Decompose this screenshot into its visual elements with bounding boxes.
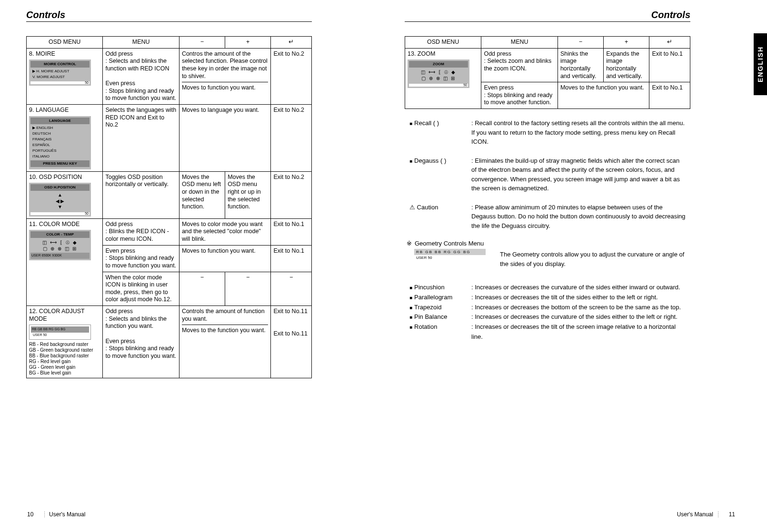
page-number-right: 11 <box>729 511 735 518</box>
definitions-list: ■Pincushion: Increases or decreases the … <box>405 283 690 342</box>
zoom-enter-a: Exit to No.1 <box>649 48 690 82</box>
colormode-name: 11. COLOR MODE <box>29 221 100 228</box>
language-enter: Exit to No.2 <box>271 105 312 172</box>
moire-menu-a: Odd press : Selects and blinks the funct… <box>105 50 176 73</box>
coloradjust-panel: RB GB BB RG GG BG USER 50 <box>29 325 91 340</box>
left-page: Controls OSD MENU MENU − + ↵ 8. MOIRE MO… <box>26 10 312 378</box>
hdr-osd: OSD MENU <box>27 37 103 49</box>
geometry-bar: RB GB BB RG GG BG USER 50 <box>414 249 486 260</box>
caution-desc: : Please allow aminimum of 20 minutes to… <box>471 203 686 231</box>
geometry-title: Geometry Controls Menu <box>415 240 484 247</box>
moire-menu-cell: Odd press : Selects and blinks the funct… <box>103 48 179 104</box>
osdpos-osd-cell: 10. OSD POSITION OSD H.POSITION ▲ ◀ ▶ ▼ … <box>27 171 103 218</box>
hdr-enter-r: ↵ <box>649 37 690 49</box>
moire-osd-l1: ▶ H. MOIRE ADJUST <box>30 69 90 74</box>
language-menu: Selects the languages with RED ICON and … <box>103 105 179 172</box>
hdr-osd-r: OSD MENU <box>405 37 481 49</box>
moire-menu-b: Even press : Stops blinking and ready to… <box>105 80 176 102</box>
english-tab: ENGLISH <box>754 33 767 95</box>
colormode-panel: COLOR - TEMP ◫ ⟷ ⟦ ⦾ ◆ ▢ ⊕ ⊗ ◫ ⊞ USER 65… <box>29 230 91 260</box>
coloradjust-menu-cell: Odd press : Selects and blinks the funct… <box>103 306 179 378</box>
moire-pm-b: Moves to function you want. <box>182 84 269 92</box>
colormode-pm-b: Moves to function you want. <box>179 245 271 272</box>
recall-label: ■Recall ( ) <box>409 118 471 128</box>
zoom-plus-a: Expands the image horizontally and verti… <box>604 48 649 82</box>
coloradjust-menu-a: Odd press : Selects and blinks the funct… <box>105 308 176 330</box>
zoom-osd-cell: 13. ZOOM ZOOM ◫ ⟷ ⟦ ⦾ ◆ ▢ ⊕ ⊗ ◫ ⊞ 50 <box>405 48 481 108</box>
moire-osd-cell: 8. MOIRE MOIRE CONTROL ▶ H. MOIRE ADJUST… <box>27 48 103 104</box>
moire-osd-bar: 50 <box>30 81 90 84</box>
moire-osd-l2: V. MOIRE ADJUST <box>30 74 90 80</box>
moire-enter: Exit to No.2 <box>271 48 312 104</box>
colormode-pm-c-minus: − <box>179 272 225 306</box>
hdr-minus-r: − <box>558 37 603 49</box>
footer-label-right: User's Manual <box>677 511 713 518</box>
colormode-enter-b: Exit to No.1 <box>271 245 312 272</box>
hdr-minus: − <box>179 37 225 49</box>
zoom-minus-a: Shinks the image horizontally and vertic… <box>558 48 603 82</box>
caution-label: ⚠ Caution <box>409 203 471 212</box>
language-osd-panel: LANGUAGE ▶ ENGLISH DEUTSCH FRANÇAIS ESPA… <box>29 116 91 169</box>
hdr-enter: ↵ <box>271 37 312 49</box>
coloradjust-enter-cell: Exit to No.11 Exit to No.11 <box>271 306 312 378</box>
page-title-left: Controls <box>26 10 312 22</box>
colormode-pm-c-plus: − <box>225 272 271 306</box>
osdpos-enter: Exit to No.2 <box>271 171 312 218</box>
colormode-pm-a: Moves to color mode you want and the sel… <box>179 218 271 245</box>
coloradjust-name: 12. COLOR ADJUST MODE <box>29 308 100 323</box>
moire-name: 8. MOIRE <box>29 50 100 58</box>
hdr-menu: MENU <box>103 37 179 49</box>
osdpos-plus: Moves the OSD menu right or up in the se… <box>225 171 271 218</box>
coloradjust-menu-b: Even press : Stops blinking and ready to… <box>105 338 176 360</box>
right-page: Controls OSD MENU MENU − + ↵ 13. ZOOM ZO… <box>405 10 690 342</box>
controls-table-left: OSD MENU MENU − + ↵ 8. MOIRE MOIRE CONTR… <box>26 36 312 378</box>
osdpos-minus: Moves the OSD menu left or down in the s… <box>179 171 225 218</box>
moire-pm-a: Contros the amount of the selected funct… <box>182 50 269 80</box>
zoom-enter-b: Exit to No.1 <box>649 82 690 109</box>
footer-right: User's Manual ┊ 11 <box>677 511 741 518</box>
degauss-label: ■Degauss ( ) <box>409 156 471 166</box>
osdpos-menu: Toggles OSD position horizontally or ver… <box>103 171 179 218</box>
coloradjust-note: RB - Red background raster GB - Green ba… <box>29 342 100 376</box>
zoom-name: 13. ZOOM <box>408 50 478 58</box>
moire-osd-panel: MOIRE CONTROL ▶ H. MOIRE ADJUST V. MOIRE… <box>29 59 91 86</box>
language-pm: Moves to language you want. <box>179 105 271 172</box>
osdpos-panel: OSD H.POSITION ▲ ◀ ▶ ▼ 50 <box>29 183 91 217</box>
coloradjust-osd-cell: 12. COLOR ADJUST MODE RB GB BB RG GG BG … <box>27 306 103 378</box>
footer-left: 10 ┊ User's Manual <box>21 511 85 518</box>
language-osd-title: LANGUAGE <box>30 118 90 124</box>
zoom-menu-a: Odd press : Selects zoom and blinks the … <box>481 48 558 82</box>
hdr-plus: + <box>225 37 271 49</box>
geometry-desc: The Geometry controls allow you to adjus… <box>500 250 690 268</box>
colormode-menu-c: When the color mode ICON is blinking in … <box>103 272 179 306</box>
moire-osd-title: MOIRE CONTROL <box>30 61 90 68</box>
page-number-left: 10 <box>27 511 33 518</box>
recall-desc: : Recall control to the factory setting … <box>471 118 686 147</box>
zoom-menu-b: Even press : Stops blinking and ready to… <box>481 82 558 109</box>
colormode-enter-c: − <box>271 272 312 306</box>
degauss-desc: : Eliminates the build-up of stray magne… <box>471 156 686 193</box>
language-name: 9. LANGUAGE <box>29 107 100 114</box>
coloradjust-pm-a: Controls the amount of function you want… <box>182 308 269 323</box>
hdr-plus-r: + <box>604 37 649 49</box>
colormode-enter-a: Exit to No.1 <box>271 218 312 245</box>
page-title-right: Controls <box>405 10 690 22</box>
controls-table-right: OSD MENU MENU − + ↵ 13. ZOOM ZOOM ◫ ⟷ ⟦ … <box>405 36 690 109</box>
notes-block: ■Recall ( ) : Recall control to the fact… <box>405 118 690 230</box>
language-osd-cell: 9. LANGUAGE LANGUAGE ▶ ENGLISH DEUTSCH F… <box>27 105 103 172</box>
coloradjust-pm-b: Moves to the function you want. <box>182 327 269 335</box>
zoom-panel: ZOOM ◫ ⟷ ⟦ ⦾ ◆ ▢ ⊕ ⊗ ◫ ⊞ 50 <box>408 59 469 88</box>
osdpos-name: 10. OSD POSITION <box>29 174 100 181</box>
coloradjust-enter-a: Exit to No.11 <box>273 308 309 315</box>
geometry-title-row: ※ Geometry Controls Menu <box>407 240 690 247</box>
colormode-menu-a: Odd press : Blinks the RED ICON - color … <box>103 218 179 245</box>
coloradjust-enter-b: Exit to No.11 <box>273 330 309 338</box>
colormode-osd-cell: 11. COLOR MODE COLOR - TEMP ◫ ⟷ ⟦ ⦾ ◆ ▢ … <box>27 218 103 305</box>
coloradjust-pm-cell: Controls the amount of function you want… <box>179 306 271 378</box>
moire-pm-cell: Contros the amount of the selected funct… <box>179 48 271 104</box>
zoom-pm-b: Moves to the function you want. <box>558 82 649 109</box>
footer-label-left: User's Manual <box>49 511 85 518</box>
hdr-menu-r: MENU <box>481 37 558 49</box>
colormode-menu-b: Even press : Stops blinking and ready to… <box>103 245 179 272</box>
